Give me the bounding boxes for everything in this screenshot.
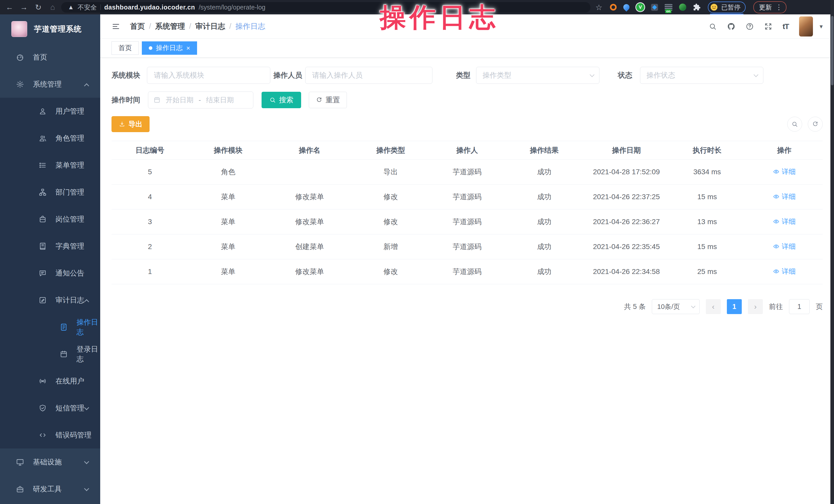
- sidebar-item-dev-tools[interactable]: 研发工具: [0, 476, 100, 502]
- emoji-avatar-icon: [710, 3, 718, 11]
- sidebar-item-label: 岗位管理: [56, 214, 84, 224]
- sidebar-item-user-management[interactable]: 用户管理: [0, 98, 100, 125]
- search-icon[interactable]: [709, 22, 717, 30]
- module-label: 系统模块: [111, 70, 140, 80]
- column-header: 操作: [746, 141, 823, 160]
- show-search-button[interactable]: [787, 117, 802, 132]
- sidebar-item-label: 研发工具: [33, 484, 62, 494]
- annotation-text: 操作日志: [380, 0, 499, 35]
- sidebar-item-dept-management[interactable]: 部门管理: [0, 179, 100, 205]
- chevron-up-icon: [84, 83, 89, 88]
- detail-link[interactable]: 详细: [773, 192, 795, 201]
- extension-orange-ring-icon[interactable]: [610, 4, 617, 10]
- module-input[interactable]: [147, 67, 270, 84]
- login-log-icon: [60, 350, 68, 358]
- detail-link[interactable]: 详细: [773, 217, 795, 226]
- type-select[interactable]: 操作类型: [476, 67, 599, 84]
- detail-link[interactable]: 详细: [773, 167, 795, 176]
- bookmark-star-icon[interactable]: ☆: [593, 1, 605, 13]
- breadcrumb-item[interactable]: 审计日志: [195, 21, 225, 31]
- github-icon[interactable]: [727, 22, 736, 30]
- sidebar-item-infrastructure[interactable]: 基础设施: [0, 448, 100, 476]
- back-icon[interactable]: ←: [4, 1, 16, 13]
- search-button[interactable]: 搜索: [262, 92, 301, 108]
- table-cell: 角色: [188, 160, 268, 184]
- export-button-label: 导出: [129, 119, 142, 129]
- sidebar-item-role-management[interactable]: 角色管理: [0, 125, 100, 152]
- table-toolbar: 导出: [111, 116, 823, 132]
- collapse-sidebar-icon[interactable]: [111, 22, 120, 31]
- sidebar-item-operate-log[interactable]: 操作日志: [0, 313, 100, 341]
- type-select-placeholder: 操作类型: [483, 70, 511, 80]
- sidebar-item-dict-management[interactable]: 字典管理: [0, 233, 100, 260]
- date-range-picker[interactable]: 开始日期 - 结束日期: [148, 91, 253, 108]
- sidebar-item-menu-management[interactable]: 菜单管理: [0, 152, 100, 179]
- breadcrumb-item[interactable]: 首页: [130, 21, 145, 31]
- app-logo[interactable]: 芋道管理系统: [0, 15, 100, 44]
- address-bar[interactable]: ▲ 不安全 dashboard.yudao.iocoder.cn/system/…: [61, 2, 590, 13]
- sidebar-item-login-log[interactable]: 登录日志: [0, 341, 100, 368]
- table-cell: 15 ms: [668, 184, 746, 210]
- prev-page-button[interactable]: ‹: [706, 299, 721, 314]
- extension-pin-icon[interactable]: [622, 3, 631, 12]
- extension-green-icon[interactable]: [679, 4, 686, 11]
- extension-switch-icon[interactable]: on: [665, 3, 673, 11]
- reset-button[interactable]: 重置: [309, 92, 347, 108]
- sidebar-item-system-management[interactable]: 系统管理: [0, 71, 100, 98]
- extensions-puzzle-icon[interactable]: [693, 3, 701, 11]
- breadcrumb-separator: /: [149, 22, 151, 30]
- eye-icon: [773, 243, 780, 250]
- breadcrumb-item[interactable]: 系统管理: [155, 21, 185, 31]
- sidebar-item-label: 通知公告: [56, 268, 84, 278]
- sidebar-item-label: 部门管理: [56, 188, 84, 197]
- goto-page-input[interactable]: [789, 299, 810, 314]
- refresh-table-button[interactable]: [808, 117, 823, 132]
- sidebar-menu: 首页系统管理用户管理角色管理菜单管理部门管理岗位管理字典管理通知公告审计日志操作…: [0, 44, 100, 504]
- table-cell: 成功: [504, 234, 585, 259]
- scrollbar-thumb[interactable]: [831, 16, 833, 85]
- home-icon[interactable]: ⌂: [47, 1, 59, 13]
- reload-icon[interactable]: ↻: [32, 1, 44, 13]
- time-label: 操作时间: [111, 95, 140, 105]
- sidebar-item-sms-management[interactable]: 短信管理: [0, 395, 100, 421]
- sidebar-item-error-code[interactable]: 错误码管理: [0, 421, 100, 448]
- tab-operate-log[interactable]: 操作日志 ×: [142, 41, 197, 55]
- current-page-button[interactable]: 1: [727, 299, 742, 314]
- eye-icon: [773, 168, 780, 175]
- help-icon[interactable]: [746, 22, 754, 30]
- operator-input[interactable]: [305, 67, 433, 84]
- detail-link[interactable]: 详细: [773, 267, 795, 276]
- forward-icon[interactable]: →: [18, 1, 30, 13]
- sidebar-item-notice[interactable]: 通知公告: [0, 260, 100, 287]
- font-size-icon[interactable]: tT: [783, 22, 789, 31]
- profile-paused-badge[interactable]: 已暂停: [708, 2, 746, 13]
- export-button[interactable]: 导出: [111, 116, 150, 132]
- table-cell: 修改: [351, 184, 430, 210]
- page-scrollbar[interactable]: [830, 0, 834, 504]
- extension-v-icon[interactable]: V: [636, 3, 644, 11]
- close-tab-icon[interactable]: ×: [186, 45, 190, 51]
- update-button[interactable]: 更新 ⋮: [753, 1, 787, 13]
- table-cell: 详细: [746, 160, 823, 184]
- refresh-icon: [812, 121, 818, 128]
- page-size-select[interactable]: 10条/页: [652, 299, 700, 314]
- next-page-button[interactable]: ›: [748, 299, 763, 314]
- table-cell: 修改: [351, 210, 430, 234]
- table-cell: 修改: [351, 259, 430, 284]
- caret-down-icon[interactable]: ▾: [819, 23, 823, 30]
- fullscreen-icon[interactable]: [764, 22, 772, 30]
- browser-menu-icon[interactable]: ⋮: [775, 3, 782, 11]
- sidebar-item-online-users[interactable]: 在线用户: [0, 368, 100, 395]
- operate-log-icon: [60, 323, 68, 331]
- sidebar-item-post-management[interactable]: 岗位管理: [0, 205, 100, 233]
- status-select[interactable]: 操作状态: [640, 67, 763, 84]
- tab-home[interactable]: 首页: [111, 41, 139, 55]
- extension-gem-icon[interactable]: [651, 4, 658, 11]
- detail-link[interactable]: 详细: [773, 242, 795, 251]
- sidebar-item-home[interactable]: 首页: [0, 44, 100, 71]
- sidebar-item-audit-log[interactable]: 审计日志: [0, 287, 100, 313]
- sidebar-item-label: 系统管理: [33, 80, 62, 89]
- avatar[interactable]: [799, 17, 813, 37]
- sms-shield-icon: [39, 404, 47, 412]
- table-cell: 菜单: [188, 259, 268, 284]
